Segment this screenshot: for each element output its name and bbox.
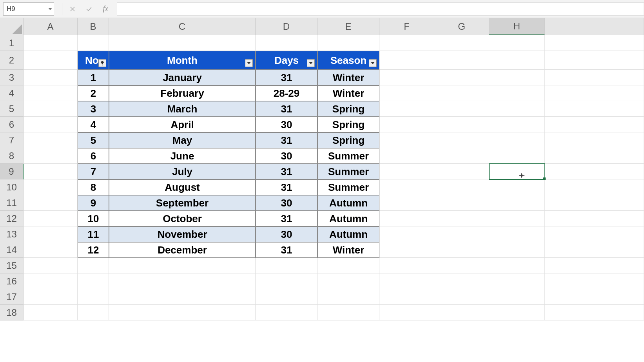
cell-G16[interactable] (434, 273, 489, 289)
cell-C10[interactable]: August (109, 179, 256, 195)
cell-14[interactable] (545, 242, 644, 258)
cell-H17[interactable] (489, 289, 545, 305)
row-header-10[interactable]: 10 (0, 179, 24, 195)
cell-13[interactable] (545, 226, 644, 242)
cell-C18[interactable] (109, 305, 256, 320)
row-header-14[interactable]: 14 (0, 242, 24, 258)
row-header-18[interactable]: 18 (0, 305, 24, 320)
cell-F2[interactable] (379, 51, 434, 70)
cell-B10[interactable]: 8 (78, 179, 109, 195)
cell-C16[interactable] (109, 273, 256, 289)
cell-C2[interactable]: Month (109, 51, 256, 70)
cell-A9[interactable] (24, 164, 78, 179)
row-header-5[interactable]: 5 (0, 101, 24, 117)
row-header-8[interactable]: 8 (0, 148, 24, 164)
cell-H3[interactable] (489, 70, 545, 85)
cell-F4[interactable] (379, 85, 434, 101)
cell-E8[interactable]: Summer (317, 148, 379, 164)
column-header-D[interactable]: D (256, 18, 317, 35)
cell-F12[interactable] (379, 211, 434, 226)
row-header-4[interactable]: 4 (0, 85, 24, 101)
cell-C5[interactable]: March (109, 101, 256, 117)
cell-A6[interactable] (24, 117, 78, 132)
cell-C9[interactable]: July (109, 164, 256, 179)
cell-D12[interactable]: 31 (256, 211, 317, 226)
row-header-1[interactable]: 1 (0, 35, 24, 51)
cell-1[interactable] (545, 35, 644, 51)
row-header-12[interactable]: 12 (0, 211, 24, 226)
cell-C12[interactable]: October (109, 211, 256, 226)
filter-dropdown-button[interactable] (369, 59, 377, 67)
cell-C3[interactable]: January (109, 70, 256, 85)
name-box[interactable]: H9 (3, 2, 54, 16)
cell-H13[interactable] (489, 226, 545, 242)
cell-G7[interactable] (434, 132, 489, 148)
filter-dropdown-button[interactable] (307, 59, 315, 67)
cell-F14[interactable] (379, 242, 434, 258)
cell-F16[interactable] (379, 273, 434, 289)
cell-C11[interactable]: September (109, 195, 256, 211)
cell-A13[interactable] (24, 226, 78, 242)
cell-H8[interactable] (489, 148, 545, 164)
cell-H16[interactable] (489, 273, 545, 289)
cell-A2[interactable] (24, 51, 78, 70)
filter-dropdown-button[interactable] (245, 59, 253, 67)
row-header-9[interactable]: 9 (0, 164, 24, 179)
cell-A8[interactable] (24, 148, 78, 164)
cell-C6[interactable]: April (109, 117, 256, 132)
cell-H4[interactable] (489, 85, 545, 101)
cell-G9[interactable] (434, 164, 489, 179)
cell-12[interactable] (545, 211, 644, 226)
cell-9[interactable] (545, 164, 644, 179)
cell-H7[interactable] (489, 132, 545, 148)
column-header-F[interactable]: F (379, 18, 434, 35)
cell-F15[interactable] (379, 258, 434, 273)
cell-B17[interactable] (78, 289, 109, 305)
cell-D15[interactable] (256, 258, 317, 273)
cell-B2[interactable]: No. (78, 51, 109, 70)
cell-C15[interactable] (109, 258, 256, 273)
cell-E4[interactable]: Winter (317, 85, 379, 101)
cell-B18[interactable] (78, 305, 109, 320)
cell-A16[interactable] (24, 273, 78, 289)
cell-A15[interactable] (24, 258, 78, 273)
cell-E1[interactable] (317, 35, 379, 51)
cell-7[interactable] (545, 132, 644, 148)
cell-C13[interactable]: November (109, 226, 256, 242)
cell-D2[interactable]: Days (256, 51, 317, 70)
cell-H2[interactable] (489, 51, 545, 70)
cell-F1[interactable] (379, 35, 434, 51)
cell-H6[interactable] (489, 117, 545, 132)
cell-D4[interactable]: 28-29 (256, 85, 317, 101)
cell-D7[interactable]: 31 (256, 132, 317, 148)
cell-F6[interactable] (379, 117, 434, 132)
cell-B14[interactable]: 12 (78, 242, 109, 258)
cell-C7[interactable]: May (109, 132, 256, 148)
cell-G3[interactable] (434, 70, 489, 85)
cell-18[interactable] (545, 305, 644, 320)
cell-F18[interactable] (379, 305, 434, 320)
column-header-extra[interactable] (545, 18, 644, 35)
cell-G18[interactable] (434, 305, 489, 320)
cell-F7[interactable] (379, 132, 434, 148)
cell-D8[interactable]: 30 (256, 148, 317, 164)
cell-H5[interactable] (489, 101, 545, 117)
cell-A17[interactable] (24, 289, 78, 305)
column-header-B[interactable]: B (78, 18, 109, 35)
cell-G2[interactable] (434, 51, 489, 70)
cell-F13[interactable] (379, 226, 434, 242)
cell-10[interactable] (545, 179, 644, 195)
enter-formula-button[interactable] (81, 2, 97, 16)
cell-B16[interactable] (78, 273, 109, 289)
cell-D11[interactable]: 30 (256, 195, 317, 211)
cell-H12[interactable] (489, 211, 545, 226)
row-header-11[interactable]: 11 (0, 195, 24, 211)
cell-16[interactable] (545, 273, 644, 289)
cell-G17[interactable] (434, 289, 489, 305)
cell-G10[interactable] (434, 179, 489, 195)
cell-E11[interactable]: Autumn (317, 195, 379, 211)
column-header-C[interactable]: C (109, 18, 256, 35)
cell-H14[interactable] (489, 242, 545, 258)
cell-E13[interactable]: Autumn (317, 226, 379, 242)
cell-F11[interactable] (379, 195, 434, 211)
